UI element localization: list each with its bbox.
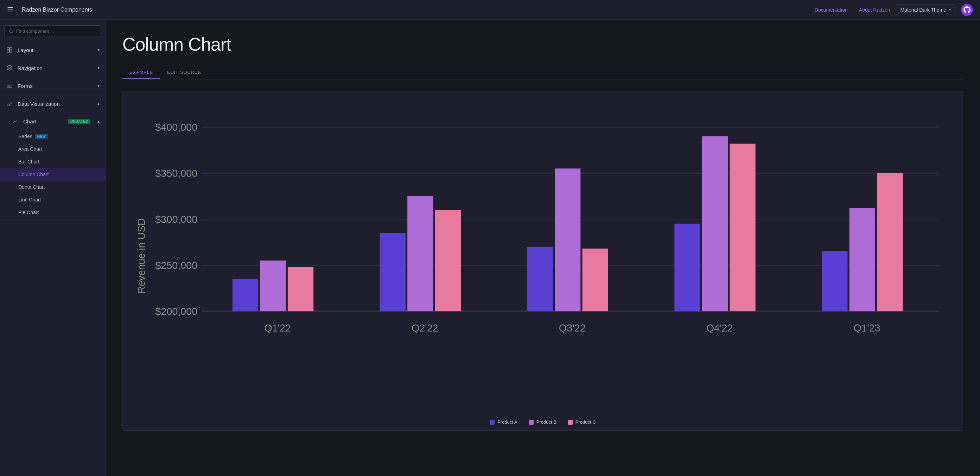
bar-q2-c [435,210,461,311]
navigation-icon [6,64,13,72]
pie-chart-label: Pie Chart [18,209,39,215]
data-viz-label: Data Visualization [18,101,93,107]
chart-icon [11,117,19,125]
bar-q5-c [877,173,903,311]
forms-label: Forms [18,83,93,89]
data-viz-chevron-icon: ▴ [97,101,100,106]
bar-q1-a [232,279,258,311]
body-layout: Layout ▾ Navigation ▾ [0,20,980,476]
topnav: ☰ Radzen Blazor Components Documentation… [0,0,980,20]
bar-q5-a [822,251,847,311]
svg-rect-5 [10,50,12,52]
svg-text:$250,000: $250,000 [155,260,197,271]
tabs-row: EXAMPLE EDIT SOURCE [123,66,963,79]
legend-product-a: Product A [490,419,517,425]
app-title: Radzen Blazor Components [22,7,809,13]
sidebar-item-area-chart[interactable]: Area Chart [0,143,105,155]
forms-icon [6,82,13,90]
bar-q4-a [675,224,700,311]
svg-point-7 [9,67,11,69]
bar-q3-b [555,168,581,311]
series-label: Series [18,133,32,139]
about-link[interactable]: About Radzen [859,7,890,13]
layout-icon [6,46,13,54]
svg-rect-2 [7,48,9,49]
sidebar: Layout ▾ Navigation ▾ [0,20,105,476]
svg-rect-8 [7,84,12,88]
svg-rect-4 [7,50,9,52]
svg-text:Q2'22: Q2'22 [412,322,438,334]
sidebar-item-series[interactable]: Series NEW [0,130,105,143]
layout-label: Layout [18,47,93,53]
sidebar-item-pie-chart[interactable]: Pie Chart [0,206,105,219]
tab-example[interactable]: EXAMPLE [123,66,160,79]
svg-text:Q1'22: Q1'22 [264,322,291,334]
legend-product-b: Product B [529,419,557,425]
bar-q4-b [702,136,728,311]
documentation-link[interactable]: Documentation [815,7,848,13]
bar-chart-label: Bar Chart [18,159,40,165]
svg-rect-3 [10,48,12,49]
sidebar-item-column-chart[interactable]: Column Chart [0,168,105,181]
nav-section-data-viz-header[interactable]: Data Visualization ▴ [0,95,105,113]
column-chart-label: Column Chart [18,171,49,177]
bar-q2-b [407,196,433,311]
bar-q4-c [730,144,755,311]
data-viz-icon [6,100,13,108]
svg-text:Q1'23: Q1'23 [853,322,880,334]
chart-sub-section: Chart UPDATED ▴ Series NEW Area Chart Ba… [0,113,105,220]
chart-container: Revenue in USD $400,000 $350,000 $300,00… [123,91,963,431]
theme-selector[interactable]: Material Dark Theme ▾ [896,5,955,15]
navigation-label: Navigation [18,65,93,71]
svg-point-6 [7,65,12,70]
chart-legend: Product A Product B Product C [128,419,957,425]
page-title: Column Chart [123,34,963,55]
series-new-badge: NEW [35,134,48,139]
legend-dot-b [529,420,534,425]
sidebar-item-bar-chart[interactable]: Bar Chart [0,155,105,168]
search-box[interactable] [4,25,101,37]
bar-q3-a [527,247,553,311]
legend-product-c: Product C [568,419,596,425]
sidebar-item-line-chart[interactable]: Line Chart [0,194,105,206]
navigation-chevron-icon: ▾ [97,65,100,70]
nav-section-forms: Forms ▾ [0,77,105,95]
legend-label-b: Product B [536,419,557,425]
area-chart-label: Area Chart [18,146,42,152]
svg-text:$300,000: $300,000 [155,214,197,225]
svg-text:Q3'22: Q3'22 [559,322,585,334]
nav-section-layout: Layout ▾ [0,41,105,59]
bar-q1-b [260,260,286,311]
legend-label-a: Product A [497,419,517,425]
chevron-down-icon: ▾ [949,8,951,12]
github-button[interactable] [961,4,973,16]
tab-edit-source[interactable]: EDIT SOURCE [160,66,208,79]
legend-dot-c [568,420,573,425]
svg-text:$400,000: $400,000 [155,122,197,133]
svg-text:$350,000: $350,000 [155,168,197,179]
nav-section-forms-header[interactable]: Forms ▾ [0,77,105,95]
chart-chevron-icon: ▴ [97,119,100,124]
svg-text:Q4'22: Q4'22 [706,322,733,334]
nav-chart-header[interactable]: Chart UPDATED ▴ [0,113,105,130]
sidebar-item-donut-chart[interactable]: Donut Chart [0,181,105,194]
topnav-links: Documentation About Radzen [815,7,890,13]
nav-section-data-visualization: Data Visualization ▴ Chart UPDATED ▴ Se [0,95,105,221]
search-icon [9,29,13,34]
bar-q5-b [850,208,875,311]
legend-label-c: Product C [576,419,596,425]
bar-q2-a [380,233,406,311]
forms-chevron-icon: ▾ [97,83,100,88]
nav-section-layout-header[interactable]: Layout ▾ [0,41,105,59]
nav-section-navigation: Navigation ▾ [0,59,105,77]
column-chart-svg: Revenue in USD $400,000 $350,000 $300,00… [128,100,957,413]
svg-point-0 [10,30,13,33]
theme-label: Material Dark Theme [900,7,946,13]
search-input[interactable] [16,29,96,34]
bar-q3-c [582,249,608,311]
main-content: Column Chart EXAMPLE EDIT SOURCE Revenue… [105,20,980,476]
nav-section-navigation-header[interactable]: Navigation ▾ [0,59,105,77]
donut-chart-label: Donut Chart [18,184,45,190]
legend-dot-a [490,420,495,425]
menu-icon[interactable]: ☰ [7,6,13,14]
